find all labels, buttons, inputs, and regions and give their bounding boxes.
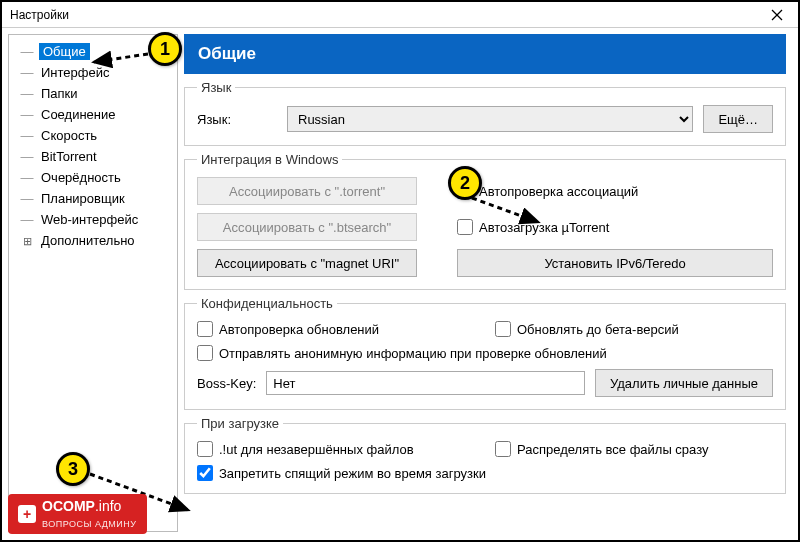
assoc-torrent-button: Ассоциировать с ".torrent" (197, 177, 417, 205)
preallocate-checkbox[interactable]: Распределять все файлы сразу (495, 441, 773, 457)
bosskey-input[interactable] (266, 371, 585, 395)
beta-checkbox[interactable]: Обновлять до бета-версий (495, 321, 773, 337)
sidebar-item-web[interactable]: Web-интерфейс (11, 209, 175, 230)
settings-window: Настройки Общие Интерфейс Папки Соединен… (0, 0, 800, 542)
install-ipv6-button[interactable]: Установить IPv6/Teredo (457, 249, 773, 277)
svg-line-2 (94, 54, 148, 62)
page-title: Общие (184, 34, 786, 74)
check-updates-input[interactable] (197, 321, 213, 337)
annotation-badge-2: 2 (448, 166, 482, 200)
annotation-arrow-1 (88, 46, 152, 73)
main-panel: Общие Язык Язык: Russian Ещё… Интеграция… (184, 34, 792, 532)
anon-info-input[interactable] (197, 345, 213, 361)
sidebar-tree: Общие Интерфейс Папки Соединение Скорост… (8, 34, 178, 532)
sidebar-item-scheduler[interactable]: Планировщик (11, 188, 175, 209)
sidebar-item-bittorrent[interactable]: BitTorrent (11, 146, 175, 167)
bosskey-label: Boss-Key: (197, 376, 256, 391)
close-button[interactable] (760, 4, 794, 26)
sidebar-item-speed[interactable]: Скорость (11, 125, 175, 146)
annotation-badge-1: 1 (148, 32, 182, 66)
plus-icon: + (18, 505, 36, 523)
privacy-legend: Конфиденциальность (197, 296, 337, 311)
beta-input[interactable] (495, 321, 511, 337)
watermark-badge: + OCOMP.info ВОПРОСЫ АДМИНУ (8, 494, 147, 534)
fieldset-privacy: Конфиденциальность Автопроверка обновлен… (184, 296, 786, 410)
preallocate-input[interactable] (495, 441, 511, 457)
language-select[interactable]: Russian (287, 106, 693, 132)
delete-personal-data-button[interactable]: Удалить личные данные (595, 369, 773, 397)
svg-line-3 (472, 198, 538, 222)
assoc-btsearch-button: Ассоциировать с ".btsearch" (197, 213, 417, 241)
language-legend: Язык (197, 80, 235, 95)
titlebar: Настройки (2, 2, 798, 28)
prevent-sleep-input[interactable] (197, 465, 213, 481)
integration-legend: Интеграция в Windows (197, 152, 342, 167)
fieldset-language: Язык Язык: Russian Ещё… (184, 80, 786, 146)
sidebar-item-advanced[interactable]: Дополнительно (11, 230, 175, 251)
ut-ext-checkbox[interactable]: .!ut для незавершённых файлов (197, 441, 475, 457)
language-label: Язык: (197, 112, 277, 127)
annotation-arrow-2 (470, 196, 550, 239)
sidebar-item-connection[interactable]: Соединение (11, 104, 175, 125)
fieldset-download: При загрузке .!ut для незавершённых файл… (184, 416, 786, 494)
prevent-sleep-checkbox[interactable]: Запретить спящий режим во время загрузки (197, 465, 773, 481)
download-legend: При загрузке (197, 416, 283, 431)
assoc-magnet-button[interactable]: Ассоциировать с "magnet URI" (197, 249, 417, 277)
ut-ext-input[interactable] (197, 441, 213, 457)
annotation-badge-3: 3 (56, 452, 90, 486)
window-title: Настройки (10, 8, 69, 22)
language-more-button[interactable]: Ещё… (703, 105, 773, 133)
sidebar-item-queue[interactable]: Очерёдность (11, 167, 175, 188)
anon-info-checkbox[interactable]: Отправлять анонимную информацию при пров… (197, 345, 773, 361)
check-updates-checkbox[interactable]: Автопроверка обновлений (197, 321, 475, 337)
sidebar-item-folders[interactable]: Папки (11, 83, 175, 104)
close-icon (771, 9, 783, 21)
